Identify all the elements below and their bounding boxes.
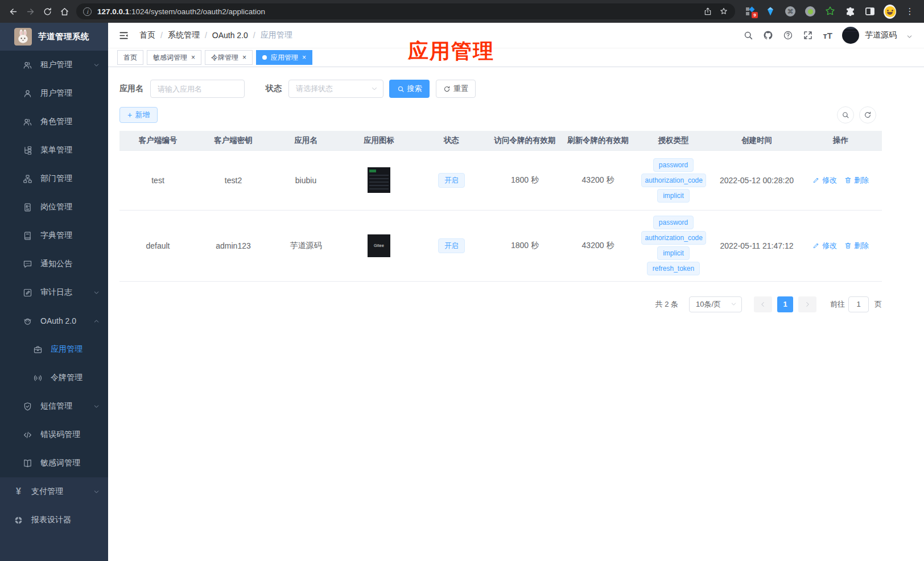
search-button[interactable]: 搜索	[389, 80, 430, 98]
close-icon[interactable]: ×	[302, 54, 306, 61]
page-unit-label: 页	[874, 299, 882, 310]
breadcrumb: 首页 / 系统管理 / OAuth 2.0 / 应用管理	[139, 30, 292, 40]
browser-back-button[interactable]	[5, 3, 22, 20]
sidebar-item-label: 岗位管理	[40, 202, 72, 212]
user-caret-down-icon[interactable]	[906, 34, 913, 40]
close-icon[interactable]: ×	[191, 54, 195, 61]
address-bar[interactable]: i 127.0.0.1:1024/system/oauth2/oauth2/ap…	[76, 3, 735, 19]
search-icon[interactable]	[743, 30, 753, 40]
sidebar-item-token[interactable]: 令牌管理	[0, 364, 108, 392]
browser-menu-icon[interactable]: ⋮	[904, 5, 916, 18]
org-chart-icon	[23, 174, 32, 184]
sidebar-item-menu[interactable]: 菜单管理	[0, 136, 108, 164]
close-icon[interactable]: ×	[242, 54, 246, 61]
extension-recorder-icon[interactable]	[804, 5, 816, 18]
sidebar-item-user[interactable]: 用户管理	[0, 79, 108, 108]
extension-badge: 9	[752, 12, 758, 18]
sidebar-item-notice[interactable]: 通知公告	[0, 250, 108, 278]
sidebar-item-tenant[interactable]: 租户管理	[0, 51, 108, 79]
book-open-icon	[23, 459, 32, 468]
font-size-icon[interactable]: тT	[823, 31, 832, 40]
sidebar-item-sensitive-word[interactable]: 敏感词管理	[0, 449, 108, 477]
tab-application[interactable]: 应用管理 ×	[256, 50, 312, 65]
delete-link[interactable]: 删除	[844, 175, 869, 185]
extensions-puzzle-icon[interactable]	[844, 5, 856, 18]
page-size-select[interactable]: 10条/页	[689, 296, 742, 312]
url-text: 127.0.0.1:1024/system/oauth2/oauth2/appl…	[97, 7, 700, 16]
sidebar-item-errorcode[interactable]: 错误码管理	[0, 420, 108, 449]
sidebar-item-application[interactable]: 应用管理	[0, 335, 108, 364]
trash-icon	[844, 176, 852, 184]
chevron-down-icon	[371, 85, 378, 92]
browser-home-button[interactable]	[56, 3, 73, 20]
sidebar-item-role[interactable]: 角色管理	[0, 108, 108, 136]
message-icon	[23, 259, 32, 269]
filter-form: 应用名 状态 请选择状态 搜索 重置	[119, 80, 882, 98]
users-icon	[23, 117, 32, 127]
current-page-button[interactable]: 1	[777, 296, 793, 312]
sidebar-item-payment[interactable]: ¥ 支付管理	[0, 477, 108, 506]
sidebar-item-audit-log[interactable]: 审计日志	[0, 278, 108, 307]
sidebar-item-sms[interactable]: 短信管理	[0, 392, 108, 420]
add-button[interactable]: + 新增	[119, 107, 158, 123]
cell-client-secret: admin123	[196, 210, 270, 281]
total-count: 共 2 条	[655, 299, 678, 310]
col-access-ttl: 访问令牌的有效期	[486, 131, 563, 150]
edit-link[interactable]: 修改	[812, 241, 837, 251]
cell-created: 2022-05-11 21:47:12	[714, 210, 799, 281]
extension-command-icon[interactable]: ⌘	[784, 5, 797, 18]
next-page-button[interactable]	[798, 296, 816, 312]
chevron-down-icon	[93, 290, 100, 296]
browser-reload-button[interactable]	[39, 3, 56, 20]
sidebar-item-dept[interactable]: 部门管理	[0, 164, 108, 193]
page-info-icon[interactable]: i	[83, 7, 92, 16]
tabs-bar: 首页 敏感词管理 × 令牌管理 × 应用管理 ×	[108, 48, 924, 67]
col-app-name: 应用名	[270, 131, 341, 150]
extension-gem-icon[interactable]	[764, 5, 777, 18]
toggle-search-button[interactable]	[837, 106, 854, 123]
sidebar-item-report-designer[interactable]: 报表设计器	[0, 506, 108, 534]
bookmark-star-icon[interactable]	[716, 3, 732, 19]
cell-app-name: 芋道源码	[270, 210, 341, 281]
browser-forward-button[interactable]	[22, 3, 39, 20]
refresh-icon	[864, 111, 872, 119]
breadcrumb-home[interactable]: 首页	[139, 30, 155, 40]
collapse-sidebar-icon[interactable]	[116, 28, 131, 43]
briefcase-icon	[33, 345, 43, 354]
sidebar-item-post[interactable]: 岗位管理	[0, 193, 108, 221]
breadcrumb-current: 应用管理	[261, 30, 292, 40]
side-panel-icon[interactable]	[864, 5, 876, 18]
share-icon[interactable]	[700, 3, 716, 19]
tab-sensitive-word[interactable]: 敏感词管理 ×	[147, 50, 201, 65]
refresh-table-button[interactable]	[859, 106, 876, 123]
col-status: 状态	[416, 131, 486, 150]
breadcrumb-separator: /	[160, 31, 163, 40]
edit-link[interactable]: 修改	[812, 175, 837, 185]
reset-button[interactable]: 重置	[436, 80, 476, 98]
extension-grid-icon[interactable]: 9	[744, 5, 757, 18]
grant-type-tags: password authorization_code implicit ref…	[633, 216, 714, 275]
tab-home[interactable]: 首页	[117, 50, 143, 65]
extension-star-icon[interactable]	[824, 5, 836, 18]
sidebar-item-label: 通知公告	[40, 259, 72, 269]
fullscreen-icon[interactable]	[803, 30, 813, 40]
badge-icon	[23, 203, 32, 212]
status-select[interactable]: 请选择状态	[288, 80, 383, 98]
breadcrumb-oauth: OAuth 2.0	[212, 31, 248, 40]
sidebar-item-oauth[interactable]: OAuth 2.0	[0, 307, 108, 335]
delete-link[interactable]: 删除	[844, 241, 869, 251]
app-name-input[interactable]	[150, 80, 245, 98]
github-icon[interactable]	[763, 30, 773, 40]
goto-page-input[interactable]	[848, 296, 869, 312]
chevron-down-icon	[93, 489, 100, 495]
sidebar-item-label: 部门管理	[40, 174, 72, 184]
profile-avatar[interactable]	[884, 5, 896, 18]
help-icon[interactable]	[783, 30, 793, 40]
tab-token[interactable]: 令牌管理 ×	[205, 50, 253, 65]
prev-page-button[interactable]	[754, 296, 772, 312]
user-avatar[interactable]	[842, 27, 859, 44]
pen-icon	[812, 176, 820, 184]
app-logo[interactable]: 芋道管理系统	[0, 23, 108, 51]
sidebar-item-dict[interactable]: 字典管理	[0, 221, 108, 250]
log-icon	[23, 288, 32, 298]
